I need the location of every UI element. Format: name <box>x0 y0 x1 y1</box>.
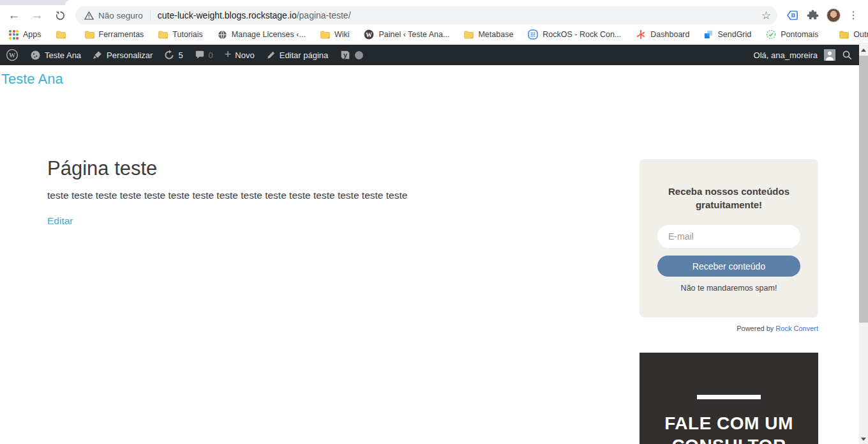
browser-toolbar: ← → Não seguro cute-luck-weight.blogs.ro… <box>0 5 868 26</box>
forward-button[interactable]: → <box>28 6 46 24</box>
banner-divider-bar <box>697 395 761 399</box>
bookmark-label: Painel ‹ Teste Ana... <box>378 30 449 39</box>
site-icon <box>30 50 41 61</box>
bookmark-outros-favoritos[interactable]: Outros favoritos <box>837 28 868 41</box>
paintbrush-icon <box>93 50 103 60</box>
receive-content-button[interactable]: Receber conteúdo <box>657 256 800 277</box>
comments-icon <box>195 50 205 60</box>
folder-icon <box>839 31 849 39</box>
folder-icon <box>85 31 94 39</box>
active-tab-bottom <box>65 0 868 5</box>
url-path: /pagina-teste/ <box>297 10 351 20</box>
scrollbar-up-arrow[interactable] <box>859 45 868 55</box>
bookmark-apps[interactable]: Apps <box>6 28 44 42</box>
tab-strip <box>0 0 868 5</box>
rockos-icon <box>528 29 538 40</box>
page-body-text: teste teste teste teste teste teste test… <box>47 190 407 201</box>
wordpress-logo-icon: W <box>6 49 19 61</box>
updates-count: 5 <box>178 50 183 60</box>
bookmark-label: Metabase <box>478 30 513 39</box>
newsletter-title: Receba nossos conteúdos gratuitamente! <box>657 185 800 211</box>
rock-convert-link[interactable]: Rock Convert <box>775 325 818 332</box>
folder-icon <box>464 31 474 39</box>
reload-icon <box>55 10 66 21</box>
admin-bar-comments[interactable]: 0 <box>189 45 219 65</box>
bookmark-rockos[interactable]: RockOS - Rock Con... <box>525 27 624 42</box>
page-title: Página teste <box>47 157 157 180</box>
bookmark-sendgrid[interactable]: SendGrid <box>701 28 754 41</box>
newsletter-disclaimer: Não te mandaremos spam! <box>640 284 818 293</box>
folder-icon <box>158 31 168 39</box>
admin-bar-new-label: Novo <box>235 50 254 60</box>
admin-bar-site-menu[interactable]: Teste Ana <box>24 45 87 65</box>
admin-bar-greeting[interactable]: Olá, ana_moreira <box>754 50 818 60</box>
not-secure-warning-icon <box>84 11 94 20</box>
admin-bar-edit-page[interactable]: Editar página <box>260 45 334 65</box>
scrollbar-down-arrow[interactable] <box>859 434 868 444</box>
bookmark-label: RockOS - Rock Con... <box>542 30 621 39</box>
bookmark-tutoriais[interactable]: Tutoriais <box>156 28 205 41</box>
bookmark-label: SendGrid <box>717 30 751 39</box>
pencil-icon <box>266 50 276 60</box>
bookmark-manage-licenses[interactable]: Manage Licenses ‹... <box>215 28 308 42</box>
wp-logo-menu[interactable]: W <box>0 45 24 65</box>
bookmark-label: Tutoriais <box>172 30 202 39</box>
admin-bar-edit-label: Editar página <box>280 50 329 60</box>
email-input[interactable] <box>657 225 800 248</box>
folder-icon <box>56 31 66 39</box>
svg-text:W: W <box>9 52 15 59</box>
updates-icon <box>164 50 174 60</box>
wordpress-icon: W <box>364 29 374 40</box>
powered-by: Powered by Rock Convert <box>640 325 818 332</box>
tag-extension-icon[interactable] <box>786 9 799 22</box>
admin-bar-updates[interactable]: 5 <box>158 45 188 65</box>
address-bar[interactable]: Não seguro cute-luck-weight.blogs.rockst… <box>75 6 777 24</box>
bookmark-star-icon[interactable]: ☆ <box>761 9 771 22</box>
security-label[interactable]: Não seguro <box>98 11 143 20</box>
yoast-seo-icon: y <box>340 49 351 61</box>
extensions-puzzle-icon[interactable] <box>807 10 819 22</box>
bookmark-label: Ferramentas <box>99 30 144 39</box>
bookmark-pontomais[interactable]: Pontomais <box>763 27 821 42</box>
bookmark-painel[interactable]: W Painel ‹ Teste Ana... <box>361 27 452 42</box>
bookmark-dashboard[interactable]: Dashboard <box>633 27 692 42</box>
bookmark-ferramentas[interactable]: Ferramentas <box>82 28 147 41</box>
bookmark-wiki[interactable]: Wiki <box>318 28 352 41</box>
browser-menu-icon[interactable]: ⋮ <box>848 10 858 20</box>
admin-bar-new[interactable]: + Novo <box>219 45 260 65</box>
search-icon[interactable] <box>842 50 853 61</box>
bookmarks-bar: Apps Ferramentas Tutoriais Manage Licens… <box>0 26 868 44</box>
yoast-status-circle-icon <box>355 51 363 59</box>
svg-text:W: W <box>366 31 372 38</box>
site-title-link[interactable]: Teste Ana <box>1 71 63 88</box>
apps-grid-icon <box>9 30 19 40</box>
url-host: cute-luck-weight.blogs.rockstage.io <box>158 10 297 20</box>
reload-button[interactable] <box>51 6 69 24</box>
profile-avatar[interactable] <box>827 8 841 22</box>
url-text[interactable]: cute-luck-weight.blogs.rockstage.io/pagi… <box>158 10 351 20</box>
bookmark-label: Apps <box>23 30 41 39</box>
admin-bar-customize[interactable]: Personalizar <box>87 45 158 65</box>
hubspot-sprocket-icon <box>636 29 646 40</box>
globe-icon <box>218 30 227 40</box>
page-scrollbar[interactable] <box>859 45 868 444</box>
sendgrid-icon <box>704 30 713 39</box>
user-avatar[interactable] <box>824 49 835 61</box>
scrollbar-thumb[interactable] <box>859 56 868 323</box>
admin-bar-yoast[interactable]: y <box>334 45 369 65</box>
consultant-banner[interactable]: FALE COM UM CONSULTOR <box>640 353 818 444</box>
bookmark-metabase[interactable]: Metabase <box>461 28 516 41</box>
page-viewport: W Teste Ana Personalizar 5 0 + Novo <box>0 45 868 444</box>
comments-count: 0 <box>209 50 213 60</box>
wp-admin-bar: W Teste Ana Personalizar 5 0 + Novo <box>0 45 859 65</box>
back-button[interactable]: ← <box>5 6 23 24</box>
pontomais-check-icon <box>766 29 776 40</box>
bookmark-label: Manage Licenses ‹... <box>232 30 306 39</box>
powered-by-text: Powered by <box>737 325 774 332</box>
edit-page-link[interactable]: Editar <box>47 215 73 227</box>
bookmark-folder-unnamed[interactable] <box>54 29 73 41</box>
bookmark-label: Dashboard <box>650 30 689 39</box>
svg-text:y: y <box>343 51 347 59</box>
omnibox-divider <box>150 10 151 20</box>
bookmark-label: Pontomais <box>781 30 818 39</box>
